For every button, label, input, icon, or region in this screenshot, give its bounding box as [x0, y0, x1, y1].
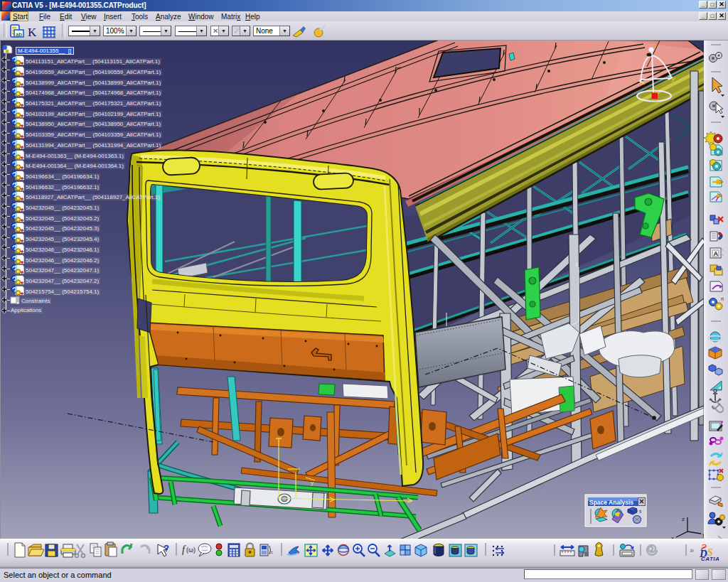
svg-text:K: K	[28, 26, 37, 39]
svg-text:ab: ab	[16, 31, 22, 38]
svg-text:z: z	[682, 516, 685, 522]
svg-text:z: z	[575, 261, 578, 267]
svg-text:»: »	[690, 546, 694, 554]
svg-text:=: =	[270, 550, 273, 555]
svg-text:n: n	[721, 296, 724, 301]
svg-text:(ω): (ω)	[186, 546, 196, 554]
svg-text:y: y	[311, 480, 314, 486]
svg-text:x: x	[641, 79, 646, 86]
svg-text:?: ?	[164, 543, 169, 554]
svg-text:A: A	[714, 250, 719, 257]
svg-text:y: y	[671, 75, 675, 82]
svg-text:Space Analysis: Space Analysis	[589, 499, 633, 506]
